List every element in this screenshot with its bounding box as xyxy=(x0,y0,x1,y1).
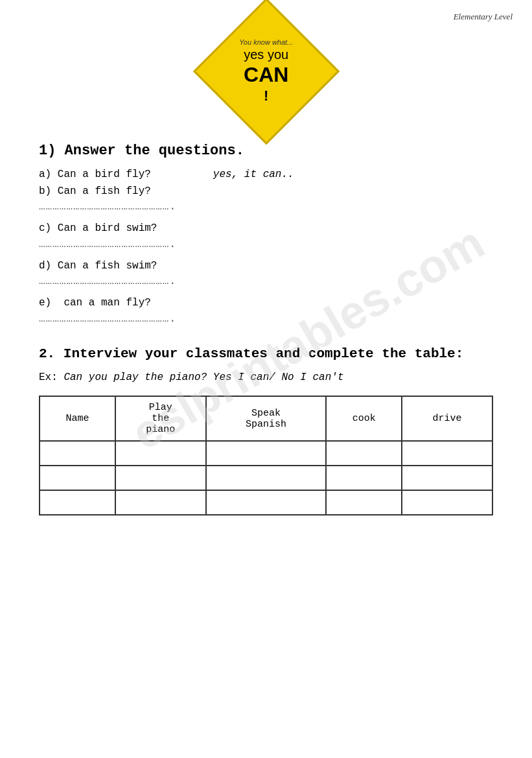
section1-block: 1) Answer the questions. a) Can a bird f… xyxy=(39,143,493,325)
question-d-text: d) Can a fish swim? xyxy=(39,258,493,275)
diamond-inner: You know what... yes you CAN ! xyxy=(239,38,293,104)
question-c-dots: …………………………………………………. xyxy=(39,239,493,250)
section2-title: 2. Interview your classmates and complet… xyxy=(39,344,493,363)
table-row xyxy=(40,466,492,490)
question-c-text: c) Can a bird swim? xyxy=(39,220,493,237)
col-cook: cook xyxy=(326,396,402,441)
question-b-text: b) Can a fish fly? xyxy=(39,184,493,200)
diamond-sign: You know what... yes you CAN ! xyxy=(192,0,339,145)
col-name: Name xyxy=(40,396,115,441)
cell xyxy=(206,466,327,490)
cell xyxy=(40,490,115,515)
col-piano: Playthepiano xyxy=(115,396,206,441)
cell xyxy=(115,466,206,490)
sign-yes-you: yes you xyxy=(239,47,293,62)
cell xyxy=(402,441,492,466)
cell xyxy=(40,466,115,490)
col-drive: drive xyxy=(402,396,492,441)
cell xyxy=(402,490,492,515)
table-row xyxy=(40,441,492,466)
sign-small-text: You know what... xyxy=(239,38,293,47)
cell xyxy=(402,466,492,490)
section2-block: 2. Interview your classmates and complet… xyxy=(39,344,493,515)
cell xyxy=(115,490,206,515)
table-header-row: Name Playthepiano SpeakSpanish cook driv… xyxy=(40,396,492,441)
cell xyxy=(40,441,115,466)
table-row xyxy=(40,490,492,515)
question-b: b) Can a fish fly? …………………………………………………. xyxy=(39,184,493,213)
cell xyxy=(326,466,402,490)
cell xyxy=(206,490,327,515)
level-label: Elementary Level xyxy=(454,12,513,22)
col-spanish: SpeakSpanish xyxy=(206,396,327,441)
classmates-table: Name Playthepiano SpeakSpanish cook driv… xyxy=(39,396,493,515)
example-italic: Can you play the piano? Yes I can/ No I … xyxy=(64,372,343,383)
cell xyxy=(206,441,327,466)
question-a: a) Can a bird fly? yes, it can.. xyxy=(39,167,493,184)
question-c: c) Can a bird swim? …………………………………………………. xyxy=(39,220,493,250)
question-e: e) can a man fly? …………………………………………………. xyxy=(39,295,493,325)
question-e-text: e) can a man fly? xyxy=(39,295,493,312)
cell xyxy=(115,441,206,466)
example-text: Ex: Can you play the piano? Yes I can/ N… xyxy=(39,370,493,385)
section1-title: 1) Answer the questions. xyxy=(39,143,493,159)
cell xyxy=(326,441,402,466)
question-e-dots: …………………………………………………. xyxy=(39,313,493,325)
cell xyxy=(326,490,402,515)
question-a-text: a) Can a bird fly? yes, it can.. xyxy=(39,169,294,180)
question-d: d) Can a fish swim? …………………………………………………. xyxy=(39,258,493,288)
sign-container: You know what... yes you CAN ! xyxy=(39,19,493,123)
question-d-dots: …………………………………………………. xyxy=(39,276,493,287)
question-b-dots: …………………………………………………. xyxy=(39,201,493,213)
sign-can: CAN xyxy=(239,62,293,87)
sign-exclaim: ! xyxy=(239,88,293,104)
